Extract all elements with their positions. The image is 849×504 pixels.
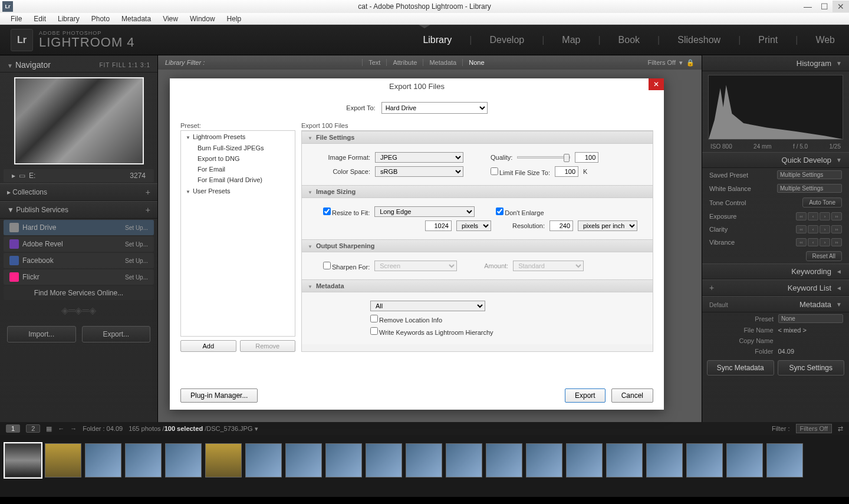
menu-library[interactable]: Library — [52, 14, 85, 24]
saved-preset-select[interactable]: Multiple Settings — [777, 170, 842, 179]
page-1-button[interactable]: 1 — [6, 424, 20, 433]
thumbnail[interactable] — [606, 443, 643, 477]
histogram-header[interactable]: Histogram▼ — [702, 55, 849, 71]
vibrance-stepper[interactable]: ‹‹‹››› — [796, 238, 842, 246]
preset-add-button[interactable]: Add — [180, 340, 236, 352]
preset-group-lr[interactable]: Lightroom Presets — [181, 131, 295, 143]
metadata-header[interactable]: Default Metadata▼ — [702, 296, 849, 312]
export-confirm-button[interactable]: Export — [565, 388, 606, 403]
preset-item[interactable]: For Email — [181, 164, 295, 174]
lock-icon[interactable]: 🔒 — [686, 59, 695, 67]
preset-list[interactable]: Lightroom Presets Burn Full-Sized JPEGs … — [180, 130, 295, 337]
publish-setup[interactable]: Set Up... — [125, 274, 148, 281]
maximize-icon[interactable]: ☐ — [816, 1, 832, 12]
folder-row[interactable]: ▸▭E: 3274 — [4, 169, 154, 182]
collections-header[interactable]: ▸ Collections + — [0, 183, 157, 201]
module-book[interactable]: Book — [615, 35, 643, 45]
menu-help[interactable]: Help — [221, 14, 248, 24]
find-services-button[interactable]: Find More Services Online... — [4, 286, 154, 300]
publish-setup[interactable]: Set Up... — [125, 241, 148, 248]
exposure-stepper[interactable]: ‹‹‹››› — [796, 212, 842, 220]
thumbnail[interactable] — [205, 443, 242, 477]
filmstrip[interactable] — [0, 435, 849, 497]
section-image-sizing[interactable]: Image Sizing — [302, 185, 653, 198]
dimension-input[interactable] — [425, 220, 452, 231]
section-file-settings[interactable]: File Settings — [302, 131, 653, 144]
thumbnail[interactable] — [285, 443, 322, 477]
cancel-button[interactable]: Cancel — [611, 388, 653, 403]
clarity-stepper[interactable]: ‹‹‹››› — [796, 225, 842, 233]
publish-header[interactable]: ▼ Publish Services + — [0, 201, 157, 219]
resolution-input[interactable] — [549, 220, 573, 231]
thumbnail[interactable] — [5, 443, 41, 477]
publish-flickr[interactable]: FlickrSet Up... — [4, 269, 154, 285]
quality-slider[interactable] — [517, 156, 570, 159]
dialog-close-button[interactable]: ✕ — [649, 78, 664, 90]
menu-metadata[interactable]: Metadata — [116, 14, 157, 24]
thumbnail[interactable] — [366, 443, 402, 477]
filter-attribute[interactable]: Attribute — [386, 59, 423, 66]
preset-item[interactable]: Export to DNG — [181, 153, 295, 164]
thumbnail[interactable] — [486, 443, 522, 477]
dimension-unit-select[interactable]: pixels — [456, 220, 491, 231]
resolution-unit-select[interactable]: pixels per inch — [578, 220, 637, 231]
filter-none[interactable]: None — [462, 59, 490, 66]
import-button[interactable]: Import... — [7, 326, 76, 342]
limit-filesize-input[interactable] — [555, 166, 578, 177]
thumbnail[interactable] — [406, 443, 442, 477]
metadata-mode-select[interactable]: Default — [709, 302, 728, 308]
export-to-select[interactable]: Hard Drive — [381, 102, 488, 114]
wb-select[interactable]: Multiple Settings — [777, 184, 842, 193]
thumbnail[interactable] — [85, 443, 121, 477]
thumbnail[interactable] — [686, 443, 723, 477]
image-format-select[interactable]: JPEG — [375, 152, 463, 163]
thumbnail[interactable] — [566, 443, 603, 477]
publish-facebook[interactable]: FacebookSet Up... — [4, 253, 154, 268]
module-library[interactable]: Library — [419, 35, 455, 45]
thumbnail[interactable] — [646, 443, 683, 477]
navigator-header[interactable]: ▼Navigator FIT FILL 1:1 3:1 — [0, 58, 157, 73]
publish-setup[interactable]: Set Up... — [125, 225, 148, 231]
module-map[interactable]: Map — [558, 35, 584, 45]
preset-remove-button[interactable]: Remove — [240, 340, 296, 352]
add-publish-icon[interactable]: + — [146, 205, 150, 215]
navigator-zoom-options[interactable]: FIT FILL 1:1 3:1 — [99, 62, 150, 68]
reset-all-button[interactable]: Reset All — [806, 251, 842, 261]
thumbnail[interactable] — [446, 443, 482, 477]
filters-off-dropdown[interactable]: Filters Off — [648, 59, 676, 66]
menu-window[interactable]: Window — [184, 14, 221, 24]
color-space-select[interactable]: sRGB — [375, 166, 463, 177]
section-output-sharpening[interactable]: Output Sharpening — [302, 239, 653, 252]
filter-metadata[interactable]: Metadata — [423, 59, 462, 66]
back-icon[interactable]: ← — [58, 425, 64, 432]
limit-filesize-checkbox[interactable]: Limit File Size To: — [491, 167, 550, 176]
sync-metadata-button[interactable]: Sync Metadata — [707, 360, 774, 375]
resize-select[interactable]: Long Edge — [374, 206, 475, 217]
thumbnail[interactable] — [526, 443, 562, 477]
close-icon[interactable]: ✕ — [832, 1, 849, 12]
dont-enlarge-checkbox[interactable]: Don't Enlarge — [496, 207, 544, 216]
collapse-notch-icon[interactable] — [419, 25, 430, 28]
sharpen-checkbox[interactable]: Sharpen For: — [323, 262, 370, 271]
thumbnail[interactable] — [245, 443, 282, 477]
sync-settings-button[interactable]: Sync Settings — [778, 360, 845, 375]
preset-group-user[interactable]: User Presets — [181, 185, 295, 197]
thumbnail[interactable] — [45, 443, 81, 477]
add-keyword-icon[interactable]: + — [709, 283, 714, 292]
keywordlist-header[interactable]: +Keyword List◄ — [702, 279, 849, 296]
resize-checkbox[interactable]: Resize to Fit: — [323, 207, 370, 216]
minimize-icon[interactable]: — — [799, 1, 816, 12]
section-metadata[interactable]: Metadata — [302, 279, 653, 292]
plugin-manager-button[interactable]: Plug-in Manager... — [180, 388, 258, 403]
lock-icon[interactable]: ⇄ — [838, 425, 843, 433]
module-develop[interactable]: Develop — [486, 35, 528, 45]
export-button[interactable]: Export... — [82, 326, 151, 342]
thumbnail[interactable] — [165, 443, 202, 477]
thumbnail[interactable] — [125, 443, 162, 477]
auto-tone-button[interactable]: Auto Tone — [802, 197, 842, 207]
metadata-select[interactable]: All — [370, 301, 485, 311]
page-2-button[interactable]: 2 — [26, 424, 40, 433]
menu-edit[interactable]: Edit — [28, 14, 52, 24]
grid-icon[interactable]: ▦ — [46, 425, 52, 433]
quality-input[interactable] — [575, 152, 598, 163]
